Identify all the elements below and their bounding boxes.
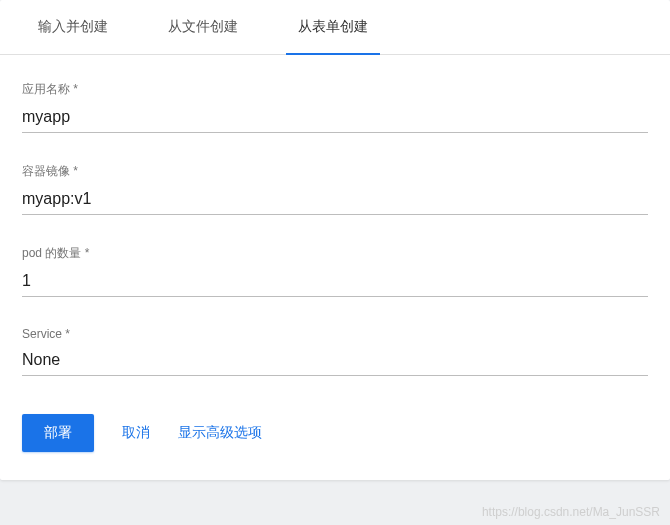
- label-container-image: 容器镜像 *: [22, 163, 648, 180]
- deploy-button[interactable]: 部署: [22, 414, 94, 452]
- tabs-container: 输入并创建 从文件创建 从表单创建: [0, 0, 670, 55]
- actions-row: 部署 取消 显示高级选项: [22, 406, 648, 460]
- tab-create-from-form[interactable]: 从表单创建: [268, 0, 398, 54]
- cancel-button[interactable]: 取消: [122, 424, 150, 442]
- form-body: 应用名称 * 容器镜像 * pod 的数量 * Service * 部署 取消 …: [0, 55, 670, 480]
- label-app-name: 应用名称 *: [22, 81, 648, 98]
- input-pod-count[interactable]: [22, 268, 648, 297]
- input-container-image[interactable]: [22, 186, 648, 215]
- watermark-text: https://blog.csdn.net/Ma_JunSSR: [482, 505, 660, 519]
- show-advanced-button[interactable]: 显示高级选项: [178, 424, 262, 442]
- input-app-name[interactable]: [22, 104, 648, 133]
- field-service: Service *: [22, 327, 648, 376]
- field-pod-count: pod 的数量 *: [22, 245, 648, 297]
- field-app-name: 应用名称 *: [22, 81, 648, 133]
- label-service: Service *: [22, 327, 648, 341]
- field-container-image: 容器镜像 *: [22, 163, 648, 215]
- form-card: 输入并创建 从文件创建 从表单创建 应用名称 * 容器镜像 * pod 的数量 …: [0, 0, 670, 480]
- label-pod-count: pod 的数量 *: [22, 245, 648, 262]
- tab-create-from-input[interactable]: 输入并创建: [8, 0, 138, 54]
- input-service[interactable]: [22, 347, 648, 376]
- tab-create-from-file[interactable]: 从文件创建: [138, 0, 268, 54]
